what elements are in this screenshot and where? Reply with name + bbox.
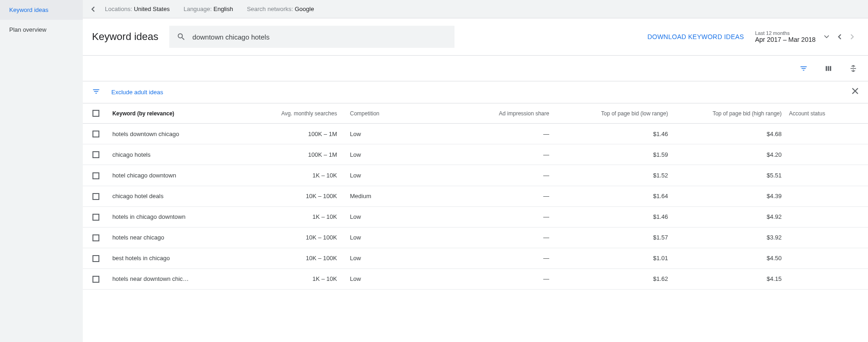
cell-status	[785, 206, 868, 227]
sidebar-item-plan-overview[interactable]: Plan overview	[0, 20, 83, 40]
exclude-adult-filter[interactable]: Exclude adult ideas	[111, 89, 163, 96]
date-prev-button[interactable]	[833, 30, 846, 43]
cell-competition: Low	[346, 227, 439, 248]
select-all-checkbox[interactable]	[92, 110, 99, 117]
language-label: Language:	[184, 6, 213, 12]
cell-impression: —	[439, 124, 553, 144]
cell-impression: —	[439, 206, 553, 227]
columns-icon[interactable]	[823, 63, 834, 74]
table-toolbar	[83, 56, 868, 81]
cell-status	[785, 165, 868, 186]
cell-competition: Low	[346, 248, 439, 268]
sidebar-item-keyword-ideas[interactable]: Keyword ideas	[0, 0, 83, 20]
table-row: best hotels in chicago10K – 100KLow—$1.0…	[83, 248, 868, 268]
table-row: hotel chicago downtown1K – 10KLow—$1.52$…	[83, 165, 868, 186]
cell-highbid: $4.68	[672, 124, 785, 144]
cell-lowbid: $1.46	[553, 206, 672, 227]
language-value: English	[213, 6, 233, 12]
cell-lowbid: $1.52	[553, 165, 672, 186]
collapse-sidebar-button[interactable]	[87, 4, 98, 15]
date-range-value: Apr 2017 – Mar 2018	[755, 36, 816, 43]
cell-competition: Low	[346, 144, 439, 165]
locations-label: Locations:	[105, 6, 134, 12]
cell-highbid: $3.92	[672, 227, 785, 248]
row-checkbox[interactable]	[92, 151, 99, 158]
cell-competition: Medium	[346, 186, 439, 206]
cell-impression: —	[439, 227, 553, 248]
cell-highbid: $4.15	[672, 268, 785, 289]
download-keyword-ideas-button[interactable]: DOWNLOAD KEYWORD IDEAS	[647, 33, 744, 40]
filter-icon[interactable]	[798, 63, 809, 74]
table-row: hotels near chicago10K – 100KLow—$1.57$3…	[83, 227, 868, 248]
cell-searches: 1K – 10K	[238, 165, 346, 186]
networks-label: Search networks:	[247, 6, 295, 12]
networks-setting[interactable]: Search networks: Google	[247, 6, 314, 12]
cell-keyword: hotels in chicago downtown	[109, 206, 238, 227]
cell-status	[785, 248, 868, 268]
cell-keyword: best hotels in chicago	[109, 248, 238, 268]
table-row: hotels downtown chicago100K – 1MLow—$1.4…	[83, 124, 868, 144]
table-row: hotels in chicago downtown1K – 10KLow—$1…	[83, 206, 868, 227]
table-row: chicago hotel deals10K – 100KMedium—$1.6…	[83, 186, 868, 206]
networks-value: Google	[295, 6, 314, 12]
cell-highbid: $4.39	[672, 186, 785, 206]
sidebar: Keyword ideas Plan overview	[0, 0, 83, 342]
date-range-picker[interactable]: Last 12 months Apr 2017 – Mar 2018	[755, 30, 859, 43]
cell-lowbid: $1.62	[553, 268, 672, 289]
col-header-searches[interactable]: Avg. monthly searches	[238, 103, 346, 124]
cell-impression: —	[439, 186, 553, 206]
cell-impression: —	[439, 144, 553, 165]
cell-impression: —	[439, 268, 553, 289]
search-icon	[177, 32, 186, 41]
locations-setting[interactable]: Locations: United States	[105, 6, 170, 12]
cell-keyword: chicago hotels	[109, 144, 238, 165]
table-row: hotels near downtown chic…1K – 10KLow—$1…	[83, 268, 868, 289]
cell-highbid: $5.51	[672, 165, 785, 186]
locations-value: United States	[134, 6, 170, 12]
date-range-label: Last 12 months	[755, 30, 816, 36]
cell-lowbid: $1.64	[553, 186, 672, 206]
row-checkbox[interactable]	[92, 172, 99, 179]
row-checkbox[interactable]	[92, 255, 99, 262]
close-filter-button[interactable]	[851, 87, 859, 97]
cell-searches: 1K – 10K	[238, 268, 346, 289]
cell-highbid: $4.20	[672, 144, 785, 165]
cell-impression: —	[439, 165, 553, 186]
col-header-keyword[interactable]: Keyword (by relevance)	[109, 103, 238, 124]
cell-searches: 10K – 100K	[238, 186, 346, 206]
cell-competition: Low	[346, 124, 439, 144]
col-header-lowbid[interactable]: Top of page bid (low range)	[553, 103, 672, 124]
cell-keyword: hotels downtown chicago	[109, 124, 238, 144]
row-checkbox[interactable]	[92, 131, 99, 137]
expand-icon[interactable]	[848, 63, 859, 74]
col-header-competition[interactable]: Competition	[346, 103, 439, 124]
dropdown-icon[interactable]	[820, 30, 833, 43]
cell-competition: Low	[346, 206, 439, 227]
language-setting[interactable]: Language: English	[184, 6, 233, 12]
cell-lowbid: $1.01	[553, 248, 672, 268]
cell-highbid: $4.92	[672, 206, 785, 227]
col-header-highbid[interactable]: Top of page bid (high range)	[672, 103, 785, 124]
cell-competition: Low	[346, 165, 439, 186]
table-row: chicago hotels100K – 1MLow—$1.59$4.20	[83, 144, 868, 165]
settings-bar: Locations: United States Language: Engli…	[83, 0, 868, 18]
row-checkbox[interactable]	[92, 234, 99, 241]
filter-bar: Exclude adult ideas	[83, 81, 868, 103]
date-next-button[interactable]	[846, 30, 859, 43]
cell-impression: —	[439, 248, 553, 268]
cell-status	[785, 144, 868, 165]
header: Keyword ideas DOWNLOAD KEYWORD IDEAS Las…	[83, 18, 868, 56]
col-header-status[interactable]: Account status	[785, 103, 868, 124]
col-header-impression[interactable]: Ad impression share	[439, 103, 553, 124]
cell-status	[785, 124, 868, 144]
row-checkbox[interactable]	[92, 276, 99, 283]
cell-searches: 10K – 100K	[238, 248, 346, 268]
cell-searches: 100K – 1M	[238, 124, 346, 144]
cell-lowbid: $1.57	[553, 227, 672, 248]
keyword-search-box[interactable]	[169, 26, 454, 48]
search-input[interactable]	[192, 33, 447, 41]
cell-keyword: hotel chicago downtown	[109, 165, 238, 186]
row-checkbox[interactable]	[92, 214, 99, 221]
cell-keyword: hotels near chicago	[109, 227, 238, 248]
row-checkbox[interactable]	[92, 193, 99, 200]
